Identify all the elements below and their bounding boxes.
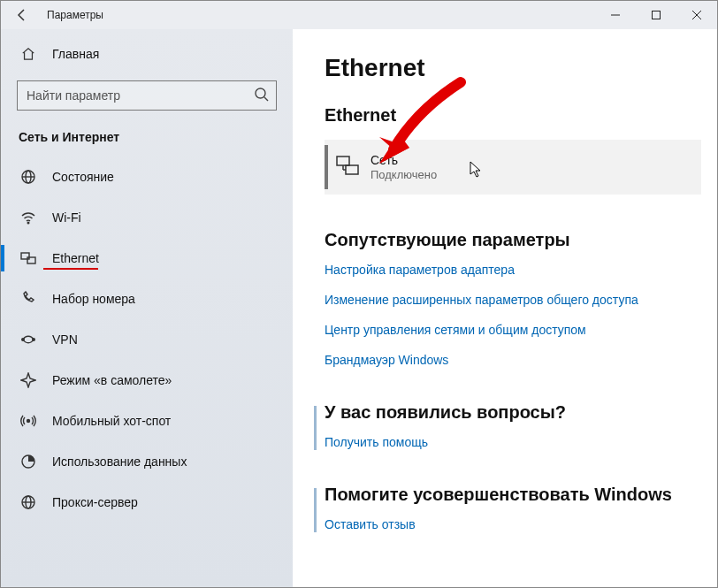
search-input[interactable] <box>17 80 277 111</box>
svg-point-4 <box>256 88 265 98</box>
network-card[interactable]: Сеть Подключено <box>325 140 701 195</box>
related-settings-title: Сопутствующие параметры <box>325 230 707 250</box>
nav-status[interactable]: Состояние <box>1 157 293 197</box>
main-panel: Ethernet Ethernet Сеть Подключено Сопутс… <box>293 29 717 587</box>
vpn-icon <box>20 332 36 347</box>
search-icon <box>254 87 270 103</box>
nav-wifi[interactable]: Wi-Fi <box>1 197 293 238</box>
home-nav[interactable]: Главная <box>1 36 293 72</box>
minimize-button[interactable] <box>595 1 636 29</box>
nav-label: Ethernet <box>52 251 99 265</box>
nav-label: Использование данных <box>52 454 187 469</box>
svg-rect-20 <box>346 165 358 174</box>
help-title: У вас появились вопросы? <box>325 402 707 423</box>
cursor-icon <box>470 161 484 182</box>
svg-rect-19 <box>337 157 349 165</box>
svg-rect-1 <box>653 11 661 19</box>
svg-point-9 <box>27 222 29 224</box>
svg-point-14 <box>27 420 30 423</box>
data-usage-icon <box>20 454 36 470</box>
nav-label: Состояние <box>52 170 114 184</box>
window-controls <box>595 1 717 29</box>
nav-datausage[interactable]: Использование данных <box>1 441 293 482</box>
back-button[interactable] <box>1 1 43 29</box>
network-status: Подключено <box>370 168 437 181</box>
hotspot-icon <box>20 413 36 429</box>
link-get-help[interactable]: Получить помощь <box>325 435 707 449</box>
nav-label: Набор номера <box>52 292 135 306</box>
nav-label: Прокси-сервер <box>52 495 138 509</box>
nav-label: VPN <box>52 332 78 347</box>
annotation-underline <box>43 268 98 270</box>
home-label: Главная <box>52 47 99 61</box>
nav-label: Режим «в самолете» <box>52 373 172 387</box>
link-adapter-options[interactable]: Настройка параметров адаптера <box>325 263 707 277</box>
ethernet-icon <box>20 250 36 266</box>
nav-dialup[interactable]: Набор номера <box>1 279 293 319</box>
feedback-title: Помогите усовершенствовать Windows <box>325 485 707 505</box>
close-button[interactable] <box>676 1 717 29</box>
nav-airplane[interactable]: Режим «в самолете» <box>1 360 293 401</box>
home-icon <box>20 47 36 61</box>
nav-vpn[interactable]: VPN <box>1 319 293 360</box>
sidebar: Главная Сеть и Интернет Состояние Wi-Fi … <box>1 29 293 587</box>
nav-label: Мобильный хот-спот <box>52 414 171 428</box>
nav-proxy[interactable]: Прокси-сервер <box>1 482 293 523</box>
maximize-button[interactable] <box>636 1 676 29</box>
airplane-icon <box>20 372 36 388</box>
window-title: Параметры <box>43 9 103 21</box>
proxy-icon <box>20 494 36 510</box>
link-feedback[interactable]: Оставить отзыв <box>325 517 707 531</box>
svg-line-5 <box>264 97 268 101</box>
network-icon <box>335 153 360 181</box>
wifi-icon <box>20 210 36 225</box>
nav-hotspot[interactable]: Мобильный хот-спот <box>1 401 293 441</box>
link-windows-firewall[interactable]: Брандмауэр Windows <box>325 353 707 367</box>
title-bar: Параметры <box>1 1 717 29</box>
globe-icon <box>20 169 36 185</box>
sidebar-section-title: Сеть и Интернет <box>1 123 293 157</box>
link-network-center[interactable]: Центр управления сетями и общим доступом <box>325 323 707 337</box>
page-subtitle: Ethernet <box>325 105 707 126</box>
network-name: Сеть <box>370 153 437 168</box>
nav-ethernet[interactable]: Ethernet <box>1 238 293 279</box>
phone-icon <box>20 291 36 307</box>
nav-label: Wi-Fi <box>52 210 81 225</box>
link-advanced-sharing[interactable]: Изменение расширенных параметров общего … <box>325 293 707 307</box>
page-title: Ethernet <box>325 54 707 82</box>
